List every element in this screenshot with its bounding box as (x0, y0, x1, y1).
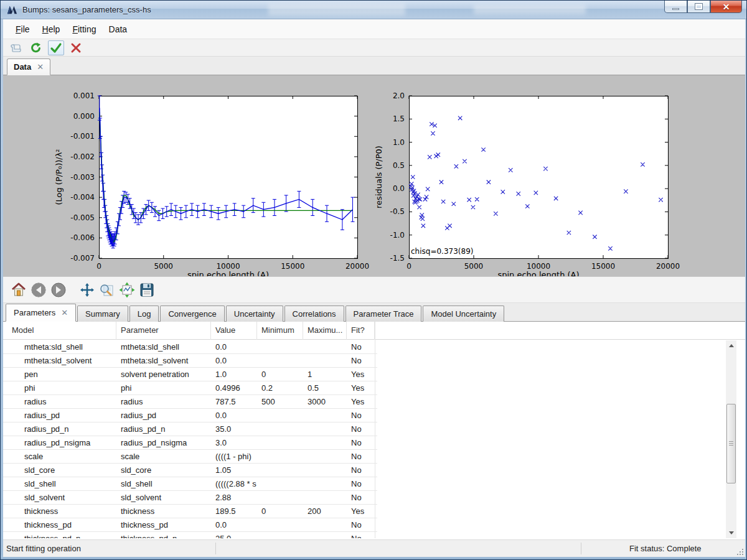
table-row[interactable]: sld_solvent sld_solvent 2.88 No (3, 491, 377, 505)
resize-grip-icon[interactable] (736, 548, 743, 555)
menu-fitting[interactable]: Fitting (66, 22, 102, 37)
save-floppy-icon (139, 282, 155, 298)
table-row[interactable]: radius radius 787.5 500 3000 Yes (3, 395, 377, 409)
save-button[interactable] (138, 281, 156, 299)
tab-log[interactable]: Log (129, 306, 159, 322)
glass-ghost (268, 3, 405, 16)
column-header-value[interactable]: Value (211, 322, 257, 340)
cell-minimum: 0.2 (257, 381, 303, 394)
svg-text:20000: 20000 (656, 262, 680, 271)
cell-fit: No (347, 340, 375, 353)
tab-close-icon[interactable]: ✕ (37, 63, 44, 71)
svg-text:spin echo length (A): spin echo length (A) (187, 270, 269, 276)
cell-maximum (303, 450, 347, 463)
tab-data-label: Data (14, 62, 31, 72)
tab-parameters[interactable]: Parameters✕ (6, 304, 76, 322)
column-header-minimum[interactable]: Minimum (257, 322, 303, 340)
cell-parameter: thickness (116, 505, 211, 518)
document-tab-bar: Data ✕ (3, 57, 745, 75)
svg-text:-0.006: -0.006 (70, 233, 95, 242)
cell-model: pen (3, 368, 116, 381)
table-row[interactable]: mtheta:sld_shell mtheta:sld_shell 0.0 No (3, 340, 377, 354)
close-button[interactable]: ✕ (710, 1, 742, 13)
column-header-parameter[interactable]: Parameter (116, 322, 211, 340)
table-row[interactable]: sld_shell sld_shell (((((2.88 * s No (3, 477, 377, 491)
cell-maximum (303, 518, 347, 531)
column-header-fit[interactable]: Fit? (347, 322, 375, 340)
table-row[interactable]: radius_pd radius_pd 0.0 No (3, 409, 377, 422)
tab-data[interactable]: Data ✕ (7, 58, 50, 75)
table-header: ModelParameterValueMinimumMaximu...Fit? (3, 322, 745, 340)
zoom-rect-button[interactable] (98, 281, 116, 299)
table-body: mtheta:sld_shell mtheta:sld_shell 0.0 No… (3, 340, 377, 538)
status-bar: Start fitting operation Fit status: Comp… (3, 539, 745, 557)
scroll-thumb[interactable] (726, 404, 736, 483)
menu-data[interactable]: Data (103, 22, 134, 37)
svg-text:20000: 20000 (345, 262, 369, 271)
tab-uncertainty[interactable]: Uncertainty (226, 306, 283, 322)
table-row[interactable]: mtheta:sld_solvent mtheta:sld_solvent 0.… (3, 354, 377, 368)
tab-convergence[interactable]: Convergence (160, 306, 224, 322)
table-row[interactable]: radius_pd_n radius_pd_n 35.0 No (3, 422, 377, 436)
column-header-maximu[interactable]: Maximu... (303, 322, 347, 340)
menu-help[interactable]: Help (36, 22, 67, 37)
cell-maximum (303, 409, 347, 422)
cell-parameter: scale (116, 450, 211, 463)
menu-file[interactable]: File (9, 22, 36, 37)
table-row[interactable]: pen solvent penetration 1.0 0 1 Yes (3, 368, 377, 381)
table-row[interactable]: sld_core sld_core 1.05 No (3, 464, 377, 477)
cell-value: 1.05 (211, 464, 257, 477)
plot-panel[interactable]: 050001000015000200000.0010.000-0.001-0.0… (3, 75, 745, 276)
refresh-button[interactable] (28, 40, 44, 55)
table-row[interactable]: thickness_pd_n thickness_pd_n 25.0 No (3, 532, 377, 538)
svg-text:spin echo length (A): spin echo length (A) (497, 270, 579, 276)
table-row[interactable]: thickness_pd thickness_pd 0.0 No (3, 518, 377, 532)
cell-value: ((((1 - phi) (211, 450, 257, 463)
tab-summary[interactable]: Summary (77, 306, 128, 322)
cell-value: 0.0 (211, 340, 257, 353)
scroll-down-button[interactable] (726, 528, 736, 538)
title-bar[interactable]: Bumps: sesans_parameters_css-hs ✕ (1, 1, 747, 19)
configure-subplots-button[interactable] (118, 281, 136, 299)
tab-close-icon[interactable]: ✕ (61, 309, 68, 317)
maximize-button[interactable] (687, 1, 710, 13)
back-button[interactable] (29, 281, 48, 299)
table-row[interactable]: radius_pd_nsigma radius_pd_nsigma 3.0 No (3, 436, 377, 450)
forward-button[interactable] (49, 281, 68, 299)
cell-fit: No (347, 409, 375, 422)
home-button[interactable] (9, 281, 28, 299)
tab-correlations[interactable]: Correlations (284, 306, 344, 322)
cell-model: sld_solvent (3, 491, 116, 504)
start-fit-button[interactable] (48, 40, 64, 55)
cell-fit: No (347, 464, 375, 477)
minimize-icon (672, 8, 679, 10)
back-arrow-icon (31, 282, 47, 298)
status-divider (215, 543, 216, 554)
column-header-model[interactable]: Model (3, 322, 116, 340)
cell-model: mtheta:sld_shell (3, 340, 116, 353)
log-scroll-icon (10, 42, 22, 54)
forward-arrow-icon (50, 282, 67, 298)
tab-model-uncertainty[interactable]: Model Uncertainty (423, 306, 504, 322)
cell-maximum: 1 (303, 368, 347, 381)
svg-text:15000: 15000 (281, 262, 304, 271)
vertical-scrollbar[interactable] (726, 340, 736, 538)
fit-status: Fit status: Complete (629, 544, 702, 553)
reject-x-icon (70, 42, 82, 54)
table-row[interactable]: phi phi 0.4996 0.2 0.5 Yes (3, 381, 377, 395)
console-log-button[interactable] (8, 40, 24, 55)
svg-text:-0.001: -0.001 (70, 132, 95, 141)
stop-fit-button[interactable] (68, 40, 84, 55)
cell-minimum (257, 422, 303, 436)
table-row[interactable]: thickness thickness 189.5 0 200 Yes (3, 505, 377, 518)
minimize-button[interactable] (664, 1, 687, 13)
pan-button[interactable] (78, 281, 96, 299)
cell-model: radius_pd (3, 409, 116, 422)
cell-fit: No (347, 477, 375, 490)
scroll-up-button[interactable] (726, 340, 736, 351)
table-row[interactable]: scale scale ((((1 - phi) No (3, 450, 377, 464)
svg-text:(Log (P/P₀))/λ²: (Log (P/P₀))/λ² (54, 149, 63, 205)
home-icon (11, 282, 27, 298)
tab-parameter-trace[interactable]: Parameter Trace (345, 306, 422, 322)
figures-canvas[interactable]: 050001000015000200000.0010.000-0.001-0.0… (3, 75, 745, 276)
